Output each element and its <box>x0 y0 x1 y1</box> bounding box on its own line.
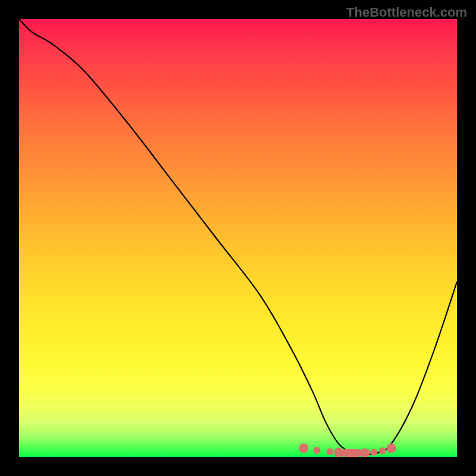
marker-blob <box>335 449 368 457</box>
marker-point <box>327 448 334 455</box>
marker-point <box>370 449 377 456</box>
marker-group <box>299 443 396 457</box>
marker-point <box>387 443 396 453</box>
bottleneck-curve <box>19 19 457 455</box>
chart-area <box>19 19 457 457</box>
marker-point <box>313 447 320 454</box>
watermark-text: TheBottleneck.com <box>346 5 467 20</box>
marker-point <box>379 447 386 455</box>
marker-point <box>299 443 308 453</box>
curve-line-group <box>19 19 457 455</box>
chart-svg <box>19 19 457 457</box>
